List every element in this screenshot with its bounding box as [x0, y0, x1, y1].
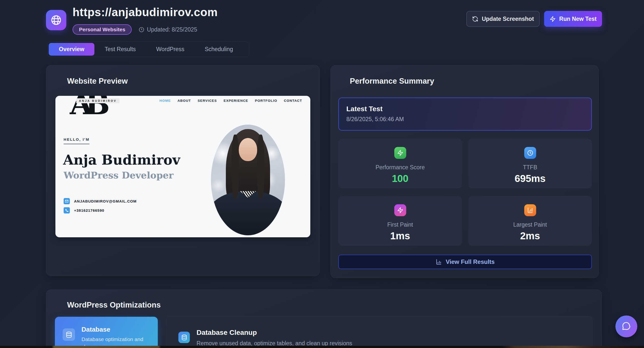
category-database-title: Database — [82, 326, 110, 333]
run-new-test-label: Run New Test — [559, 16, 596, 22]
site-phone-row: +381621766590 — [64, 207, 104, 213]
envelope-icon — [64, 198, 70, 204]
metric-value: 2ms — [520, 230, 540, 242]
refresh-icon — [472, 16, 478, 22]
dashboard-page: https://anjabudimirov.com Personal Websi… — [0, 0, 644, 348]
chat-bubble-icon — [622, 322, 631, 331]
site-email-text: ANJABUDIMIROV@GMAIL.COM — [74, 199, 137, 203]
tab-test-results-label: Test Results — [104, 46, 136, 53]
chat-button[interactable] — [616, 316, 637, 337]
tab-wordpress[interactable]: WordPress — [146, 43, 194, 56]
tab-overview[interactable]: Overview — [49, 43, 94, 56]
page-title: https://anjabudimirov.com — [72, 5, 218, 19]
tab-scheduling-label: Scheduling — [205, 46, 233, 53]
performance-summary-card: Performance Summary Latest Test 8/26/202… — [330, 65, 599, 278]
tab-wordpress-label: WordPress — [156, 46, 184, 53]
site-hero-name: Anja Budimirov — [63, 152, 180, 168]
portrait-photo — [211, 125, 285, 235]
database-icon — [178, 332, 190, 343]
site-greeting: HELLO, I'M — [64, 137, 90, 144]
clock-icon — [139, 27, 144, 32]
header-meta-row: Personal Websites Updated: 8/25/2025 — [72, 24, 197, 35]
tab-bar: Overview Test Results WordPress Scheduli… — [47, 41, 249, 57]
lightning-icon — [394, 204, 406, 216]
site-favicon-tile — [46, 10, 66, 30]
site-email-row: ANJABUDIMIROV@GMAIL.COM — [64, 198, 137, 204]
run-new-test-button[interactable]: Run New Test — [544, 11, 602, 27]
metrics-grid: Performance Score 100 TTFB 695ms — [338, 139, 592, 246]
wordpress-optimizations-title: WordPress Optimizations — [67, 301, 161, 310]
update-screenshot-label: Update Screenshot — [482, 16, 534, 22]
site-nav-home: HOME — [160, 99, 171, 102]
metric-value: 1ms — [390, 230, 410, 242]
latest-test-title: Latest Test — [346, 105, 382, 113]
category-badge: Personal Websites — [72, 24, 132, 35]
metric-ttfb: TTFB 695ms — [468, 139, 592, 188]
website-screenshot: AB ANJA BUDIMIROV HOME ABOUT SERVICES EX… — [56, 96, 310, 237]
last-updated-text: Updated: 8/25/2025 — [147, 26, 197, 33]
metric-performance-score: Performance Score 100 — [338, 139, 462, 188]
view-full-results-button[interactable]: View Full Results — [338, 255, 592, 269]
metric-label: Performance Score — [376, 164, 424, 171]
website-preview-card: Website Preview AB ANJA BUDIMIROV HOME A… — [46, 65, 320, 276]
site-nav-contact: CONTACT — [284, 99, 302, 102]
globe-icon — [50, 14, 62, 26]
bottom-edge-strip — [0, 346, 644, 348]
site-nav-portfolio: PORTFOLIO — [255, 99, 277, 102]
tab-overview-label: Overview — [59, 46, 84, 53]
lightning-icon — [394, 147, 406, 159]
tab-test-results[interactable]: Test Results — [94, 43, 146, 56]
last-updated: Updated: 8/25/2025 — [139, 26, 197, 33]
site-nav-about: ABOUT — [178, 99, 191, 102]
site-nav-services: SERVICES — [198, 99, 217, 102]
site-hero-role: WordPress Developer — [64, 170, 174, 181]
database-icon — [62, 329, 75, 341]
bar-chart-icon — [524, 204, 536, 216]
task-database-cleanup[interactable]: Database Cleanup Remove unused data, opt… — [166, 316, 592, 348]
metric-value: 695ms — [514, 173, 546, 184]
metric-first-paint: First Paint 1ms — [338, 196, 462, 246]
website-preview-title: Website Preview — [67, 77, 128, 86]
performance-summary-title: Performance Summary — [350, 77, 434, 86]
latest-test-box: Latest Test 8/26/2025, 5:06:46 AM — [338, 97, 592, 131]
wordpress-optimizations-card: WordPress Optimizations Database Databas… — [46, 290, 602, 348]
latest-test-timestamp: 8/26/2025, 5:06:46 AM — [346, 116, 404, 123]
chart-icon — [436, 259, 442, 265]
update-screenshot-button[interactable]: Update Screenshot — [466, 11, 540, 27]
lightning-icon — [550, 16, 556, 22]
tab-scheduling[interactable]: Scheduling — [194, 43, 243, 56]
metric-value: 100 — [392, 173, 408, 184]
metric-label: First Paint — [387, 221, 413, 228]
metric-label: Largest Paint — [513, 221, 547, 228]
site-phone-text: +381621766590 — [74, 208, 104, 213]
site-nav: HOME ABOUT SERVICES EXPERIENCE PORTFOLIO… — [160, 99, 302, 102]
phone-icon — [64, 207, 70, 213]
site-nav-experience: EXPERIENCE — [224, 99, 248, 102]
view-full-results-label: View Full Results — [446, 258, 495, 265]
metric-largest-paint: Largest Paint 2ms — [468, 196, 592, 246]
task-title: Database Cleanup — [196, 329, 257, 337]
site-logo-label: ANJA BUDIMIROV — [76, 98, 120, 103]
metric-label: TTFB — [523, 164, 538, 171]
clock-icon — [524, 147, 536, 159]
category-database-tile[interactable]: Database Database optimization and clean… — [55, 317, 158, 348]
